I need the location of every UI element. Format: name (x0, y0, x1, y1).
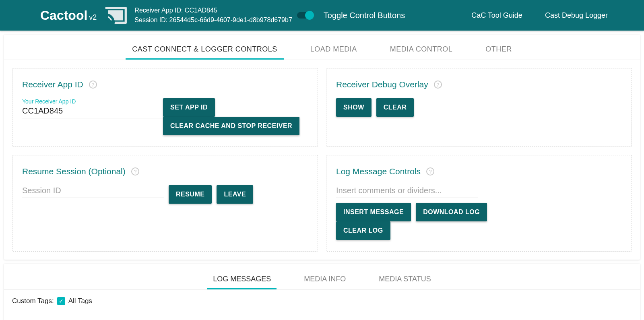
tab-other[interactable]: OTHER (479, 40, 518, 60)
tab-log-messages[interactable]: LOG MESSAGES (207, 270, 277, 289)
log-comment-input[interactable] (336, 185, 478, 198)
help-icon[interactable]: ? (89, 81, 97, 89)
leave-button[interactable]: LEAVE (217, 185, 253, 204)
cast-icon[interactable] (103, 6, 128, 25)
app-title: Cactool v2 (40, 8, 97, 23)
app-version: v2 (89, 13, 97, 22)
card-receiver-app-id: Receiver App ID ? Your Receiver App ID S… (12, 68, 318, 147)
receiver-app-id-input[interactable] (22, 105, 164, 118)
help-icon[interactable]: ? (426, 167, 434, 175)
main-tabs: CAST CONNECT & LOGGER CONTROLS LOAD MEDI… (4, 35, 640, 60)
insert-message-button[interactable]: INSERT MESSAGE (336, 203, 411, 221)
session-id-input[interactable] (22, 185, 164, 198)
card-title: Receiver App ID (22, 80, 83, 89)
resume-button[interactable]: RESUME (169, 185, 212, 204)
card-resume-session: Resume Session (Optional) ? RESUME LEAVE (12, 155, 318, 252)
svg-point-1 (105, 20, 108, 23)
tab-media-control[interactable]: MEDIA CONTROL (384, 40, 459, 60)
link-cac-guide[interactable]: CaC Tool Guide (471, 11, 522, 20)
card-log-message-controls: Log Message Controls ? INSERT MESSAGE DO… (326, 155, 632, 252)
toggle-switch[interactable] (297, 12, 313, 19)
toggle-control-buttons: Toggle Control Buttons (297, 11, 405, 20)
help-icon[interactable]: ? (131, 167, 139, 175)
header-links: CaC Tool Guide Cast Debug Logger (471, 11, 636, 20)
controls-panel: CAST CONNECT & LOGGER CONTROLS LOAD MEDI… (4, 35, 640, 260)
all-tags-label: All Tags (68, 297, 92, 305)
log-body (4, 305, 640, 320)
all-tags-checkbox[interactable]: ✓ (57, 297, 65, 305)
log-panel: LOG MESSAGES MEDIA INFO MEDIA STATUS Cus… (4, 264, 640, 320)
session-info: Receiver App ID: CC1AD845 Session ID: 26… (134, 6, 292, 25)
card-title: Log Message Controls (336, 167, 421, 176)
card-title: Resume Session (Optional) (22, 167, 126, 176)
download-log-button[interactable]: DOWNLOAD LOG (416, 203, 487, 221)
toggle-label: Toggle Control Buttons (324, 11, 405, 20)
custom-tags-label: Custom Tags: (12, 297, 54, 305)
clear-cache-stop-receiver-button[interactable]: CLEAR CACHE AND STOP RECEIVER (163, 117, 299, 135)
custom-tags-row: Custom Tags: ✓ All Tags (4, 290, 640, 305)
receiver-id-line: Receiver App ID: CC1AD845 (134, 6, 292, 15)
card-title: Receiver Debug Overlay (336, 80, 428, 89)
app-name: Cactool (40, 8, 87, 23)
card-receiver-debug-overlay: Receiver Debug Overlay ? SHOW CLEAR (326, 68, 632, 147)
clear-overlay-button[interactable]: CLEAR (376, 98, 414, 117)
tab-load-media[interactable]: LOAD MEDIA (304, 40, 363, 60)
log-tabs: LOG MESSAGES MEDIA INFO MEDIA STATUS (4, 264, 640, 290)
tab-cast-connect[interactable]: CAST CONNECT & LOGGER CONTROLS (126, 40, 283, 60)
input-label: Your Receiver App ID (22, 98, 164, 105)
set-app-id-button[interactable]: SET APP ID (163, 98, 215, 117)
tab-media-info[interactable]: MEDIA INFO (298, 270, 351, 289)
clear-log-button[interactable]: CLEAR LOG (336, 221, 390, 240)
app-header: Cactool v2 Receiver App ID: CC1AD845 Ses… (0, 0, 644, 31)
link-cast-debug-logger[interactable]: Cast Debug Logger (545, 11, 608, 20)
show-overlay-button[interactable]: SHOW (336, 98, 372, 117)
session-id-line: Session ID: 26544d5c-66d9-4607-9de1-d8b9… (134, 15, 292, 25)
help-icon[interactable]: ? (434, 81, 442, 89)
tab-media-status[interactable]: MEDIA STATUS (373, 270, 436, 289)
